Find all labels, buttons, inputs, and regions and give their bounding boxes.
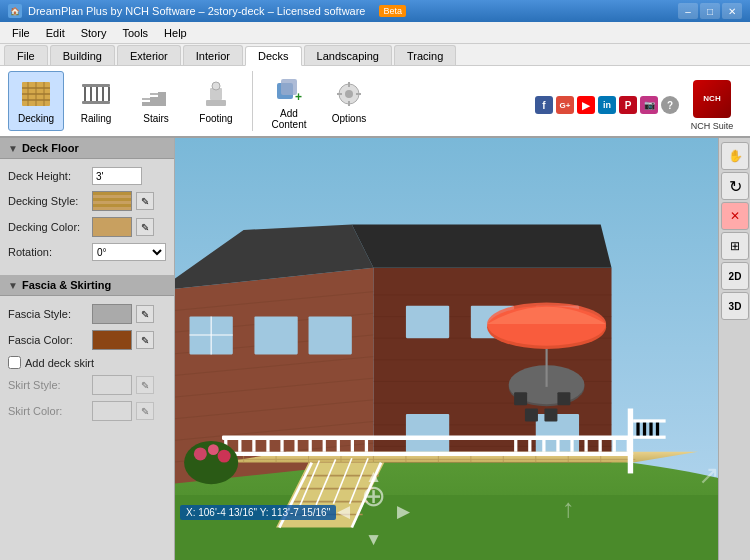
tab-building[interactable]: Building xyxy=(50,45,115,65)
svg-rect-89 xyxy=(309,440,312,452)
add-deck-skirt-checkbox[interactable] xyxy=(8,356,21,369)
instagram-icon[interactable]: 📷 xyxy=(640,96,658,114)
minimize-button[interactable]: – xyxy=(678,3,698,19)
tab-decks[interactable]: Decks xyxy=(245,46,302,66)
svg-rect-13 xyxy=(108,87,110,101)
tab-exterior[interactable]: Exterior xyxy=(117,45,181,65)
decking-color-swatch[interactable] xyxy=(92,217,132,237)
help-icon[interactable]: ? xyxy=(661,96,679,114)
decking-style-row: Decking Style: ✎ xyxy=(8,191,166,211)
svg-rect-17 xyxy=(142,98,150,100)
svg-rect-87 xyxy=(280,440,283,452)
svg-point-21 xyxy=(212,82,220,90)
close-button[interactable]: ✕ xyxy=(722,3,742,19)
svg-rect-9 xyxy=(84,87,86,101)
nch-suite-button[interactable]: NCH NCH Suite xyxy=(686,74,738,136)
tab-landscaping[interactable]: Landscaping xyxy=(304,45,392,65)
app-body: ▼ Deck Floor Deck Height: Decking Style:… xyxy=(0,138,750,560)
skirt-style-row: Skirt Style: ✎ xyxy=(8,375,166,395)
svg-rect-99 xyxy=(584,440,587,452)
facebook-icon[interactable]: f xyxy=(535,96,553,114)
decking-style-swatch[interactable] xyxy=(92,191,132,211)
railing-button[interactable]: Railing xyxy=(68,71,124,131)
window-title: DreamPlan Plus by NCH Software – 2story-… xyxy=(28,5,365,17)
svg-rect-96 xyxy=(542,440,545,452)
menu-tools[interactable]: Tools xyxy=(114,22,156,44)
decking-color-label: Decking Color: xyxy=(8,221,88,233)
svg-rect-98 xyxy=(570,440,573,452)
svg-rect-128 xyxy=(649,423,652,436)
svg-rect-57 xyxy=(254,317,297,355)
decking-style-edit[interactable]: ✎ xyxy=(136,192,154,210)
viewport[interactable]: ⊕ ▲ ▼ ◀ ▶ ↑ ↗ X: 106'-4 13/16" Y: 113'-7… xyxy=(175,138,718,560)
skirt-style-label: Skirt Style: xyxy=(8,379,88,391)
right-sidebar: ✋ ↻ ✕ ⊞ 2D 3D xyxy=(718,138,750,560)
decking-color-edit[interactable]: ✎ xyxy=(136,218,154,236)
svg-rect-16 xyxy=(158,92,166,106)
svg-text:▼: ▼ xyxy=(365,529,382,549)
deck-floor-content: Deck Height: Decking Style: ✎ Decking Co… xyxy=(0,159,174,275)
deck-floor-title: Deck Floor xyxy=(22,142,79,154)
menu-story[interactable]: Story xyxy=(73,22,115,44)
delete-tool-button[interactable]: ✕ xyxy=(721,202,749,230)
app-icon: 🏠 xyxy=(8,4,22,18)
svg-rect-94 xyxy=(514,440,517,452)
svg-rect-129 xyxy=(656,423,659,436)
svg-rect-84 xyxy=(238,440,241,452)
deck-height-input[interactable] xyxy=(92,167,142,185)
skirt-color-swatch xyxy=(92,401,132,421)
fascia-color-edit[interactable]: ✎ xyxy=(136,331,154,349)
railing-icon xyxy=(80,78,112,110)
menu-edit[interactable]: Edit xyxy=(38,22,73,44)
svg-rect-14 xyxy=(142,102,150,106)
tab-file[interactable]: File xyxy=(4,45,48,65)
fascia-style-edit[interactable]: ✎ xyxy=(136,305,154,323)
svg-rect-15 xyxy=(150,97,158,106)
svg-rect-8 xyxy=(82,101,110,104)
pinterest-icon[interactable]: P xyxy=(619,96,637,114)
deck-floor-header[interactable]: ▼ Deck Floor xyxy=(0,138,174,159)
svg-text:▲: ▲ xyxy=(365,466,382,486)
tab-tracing[interactable]: Tracing xyxy=(394,45,456,65)
add-deck-skirt-row: Add deck skirt xyxy=(8,356,166,369)
maximize-button[interactable]: □ xyxy=(700,3,720,19)
decking-style-label: Decking Style: xyxy=(8,195,88,207)
add-deck-skirt-label: Add deck skirt xyxy=(25,357,94,369)
menu-file[interactable]: File xyxy=(4,22,38,44)
youtube-icon[interactable]: ▶ xyxy=(577,96,595,114)
fascia-style-swatch[interactable] xyxy=(92,304,132,324)
svg-rect-120 xyxy=(557,392,570,405)
decking-button[interactable]: Decking xyxy=(8,71,64,131)
svg-rect-122 xyxy=(544,409,557,422)
fascia-header[interactable]: ▼ Fascia & Skirting xyxy=(0,275,174,296)
footing-button[interactable]: Footing xyxy=(188,71,244,131)
svg-rect-81 xyxy=(222,436,633,440)
main-toolbar: Decking Railing Stairs xyxy=(0,66,750,138)
collapse-icon: ▼ xyxy=(8,143,18,154)
footing-icon xyxy=(200,78,232,110)
fascia-content: Fascia Style: ✎ Fascia Color: ✎ Add deck… xyxy=(0,296,174,435)
linkedin-icon[interactable]: in xyxy=(598,96,616,114)
svg-rect-28 xyxy=(348,101,350,106)
options-button[interactable]: Options xyxy=(321,71,377,131)
3d-view-button[interactable]: 3D xyxy=(721,292,749,320)
svg-rect-88 xyxy=(294,440,297,452)
decking-label: Decking xyxy=(18,113,54,124)
google-plus-icon[interactable]: G+ xyxy=(556,96,574,114)
tab-interior[interactable]: Interior xyxy=(183,45,243,65)
orbit-tool-button[interactable]: ↻ xyxy=(721,172,749,200)
svg-text:◀: ◀ xyxy=(337,501,351,521)
menu-bar: File Edit Story Tools Help xyxy=(0,22,750,44)
stairs-button[interactable]: Stairs xyxy=(128,71,184,131)
window-controls[interactable]: – □ ✕ xyxy=(678,3,742,19)
grid-tool-button[interactable]: ⊞ xyxy=(721,232,749,260)
menu-help[interactable]: Help xyxy=(156,22,195,44)
add-content-button[interactable]: + Add Content xyxy=(261,71,317,131)
title-bar-left: 🏠 DreamPlan Plus by NCH Software – 2stor… xyxy=(8,4,406,18)
skirt-style-swatch xyxy=(92,375,132,395)
2d-view-button[interactable]: 2D xyxy=(721,262,749,290)
pan-tool-button[interactable]: ✋ xyxy=(721,142,749,170)
rotation-select[interactable]: 0° 45° 90° xyxy=(92,243,166,261)
fascia-color-swatch[interactable] xyxy=(92,330,132,350)
skirt-color-label: Skirt Color: xyxy=(8,405,88,417)
